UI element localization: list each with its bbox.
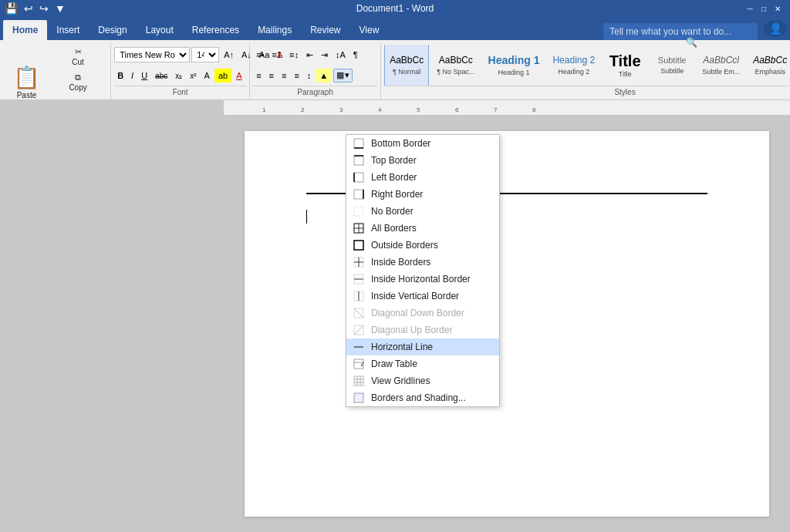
style-title[interactable]: Title Title — [603, 45, 647, 86]
inside-vert-border-icon — [353, 290, 365, 302]
inside-borders-icon — [353, 256, 365, 268]
grow-font-btn[interactable]: A↑ — [221, 48, 237, 62]
inside-borders-label: Inside Borders — [371, 257, 493, 268]
redo-quick-btn[interactable]: ↪ — [38, 2, 50, 15]
ruler: 1 2 3 4 5 6 7 8 — [0, 100, 790, 116]
font-color-btn[interactable]: A — [233, 69, 245, 82]
show-hide-btn[interactable]: ¶ — [350, 48, 361, 62]
align-center-btn[interactable]: ≡ — [266, 69, 277, 82]
style-normal[interactable]: AaBbCc ¶ Normal — [384, 45, 429, 86]
font-size-select[interactable]: 14 — [191, 47, 219, 62]
styles-group-label: Styles — [384, 86, 790, 98]
menu-item-top-border[interactable]: Top Border — [346, 152, 499, 169]
cut-icon: ✂ — [75, 47, 82, 57]
diag-up-icon — [353, 324, 365, 336]
multilevel-btn[interactable]: ≡↕ — [286, 48, 302, 62]
style-subtle-em-label: Subtle Em... — [702, 68, 740, 76]
paragraph-row1: ≡• ≡1 ≡↕ ⇤ ⇥ ↕A ¶ — [253, 45, 377, 66]
tab-mailings[interactable]: Mailings — [248, 20, 301, 40]
copy-button[interactable]: ⧉ Copy — [49, 70, 107, 94]
menu-item-horiz-line[interactable]: Horizontal Line — [346, 338, 499, 355]
undo-quick-btn[interactable]: ↩ — [22, 2, 35, 15]
style-subtitle[interactable]: Subtitle Subtitle — [650, 45, 694, 86]
menu-item-right-border[interactable]: Right Border — [346, 186, 499, 203]
menu-item-inside-borders[interactable]: Inside Borders — [346, 254, 499, 271]
borders-dropdown-btn[interactable]: ▦ ▾ — [333, 69, 353, 82]
align-left-btn[interactable]: ≡ — [253, 69, 264, 82]
menu-item-draw-table[interactable]: Draw Table — [346, 355, 499, 372]
menu-item-diag-down: Diagonal Down Border — [346, 305, 499, 322]
highlight-btn[interactable]: ab — [214, 69, 231, 82]
font-family-select[interactable]: Times New Ro — [114, 47, 190, 62]
all-borders-icon — [353, 222, 365, 234]
menu-item-bottom-border[interactable]: Bottom Border — [346, 135, 499, 152]
superscript-btn[interactable]: x² — [187, 69, 199, 82]
right-border-icon — [353, 188, 365, 200]
increase-indent-btn[interactable]: ⇥ — [318, 48, 331, 62]
style-no-spacing[interactable]: AaBbCc ¶ No Spac... — [431, 45, 480, 86]
line-spacing-btn[interactable]: ↕ — [304, 69, 315, 82]
tab-insert[interactable]: Insert — [47, 20, 89, 40]
maximize-btn[interactable]: □ — [758, 2, 770, 15]
style-emphasis-preview: AaBbCc — [753, 55, 787, 66]
style-normal-label: ¶ Normal — [393, 68, 420, 76]
style-emphasis[interactable]: AaBbCc Emphasis — [748, 45, 790, 86]
font-row1: Times New Ro 14 A↑ A↓ Aa A — [114, 45, 246, 65]
paste-button[interactable]: 📋 Paste — [6, 59, 47, 100]
search-input[interactable] — [603, 23, 758, 40]
justify-btn[interactable]: ≡ — [291, 69, 302, 82]
ruler-mark-1: 1 — [262, 106, 265, 113]
inside-horiz-label: Inside Horizontal Border — [371, 274, 493, 285]
minimize-btn[interactable]: ─ — [744, 2, 756, 15]
tab-home[interactable]: Home — [3, 20, 47, 40]
align-right-btn[interactable]: ≡ — [279, 69, 289, 82]
close-btn[interactable]: ✕ — [771, 2, 784, 15]
tab-design[interactable]: Design — [89, 20, 136, 40]
style-heading2-preview: Heading 2 — [552, 55, 595, 66]
tab-layout[interactable]: Layout — [137, 20, 183, 40]
tab-view[interactable]: View — [350, 20, 389, 40]
decrease-indent-btn[interactable]: ⇤ — [303, 48, 316, 62]
text-effects-btn[interactable]: A — [201, 69, 213, 82]
style-subtle-em[interactable]: AaBbCcl Subtle Em... — [697, 45, 745, 86]
strikethrough-btn[interactable]: abc — [152, 69, 170, 82]
underline-btn[interactable]: U — [138, 69, 150, 82]
style-subtitle-preview: Subtitle — [658, 56, 687, 66]
numbering-btn[interactable]: ≡1 — [268, 48, 285, 62]
style-heading1-label: Heading 1 — [498, 69, 529, 76]
cut-button[interactable]: ✂ Cut — [49, 45, 107, 69]
tab-references[interactable]: References — [183, 20, 248, 40]
style-heading1[interactable]: Heading 1 Heading 1 — [483, 45, 545, 86]
tab-review[interactable]: Review — [301, 20, 349, 40]
quick-access-toolbar: 💾 ↩ ↪ ▼ — [3, 2, 67, 15]
style-title-label: Title — [619, 70, 632, 78]
menu-item-view-gridlines[interactable]: View Gridlines — [346, 372, 499, 389]
menu-item-outside-borders[interactable]: Outside Borders — [346, 237, 499, 254]
style-heading2[interactable]: Heading 2 Heading 2 — [547, 45, 600, 86]
ruler-marks: 1 2 3 4 5 6 7 8 — [224, 100, 790, 115]
top-border-icon — [353, 154, 365, 167]
menu-item-inside-vert[interactable]: Inside Vertical Border — [346, 288, 499, 305]
style-emphasis-label: Emphasis — [755, 68, 785, 76]
font-group-label: Font — [114, 86, 246, 98]
menu-item-no-border[interactable]: No Border — [346, 203, 499, 220]
qa-dropdown-btn[interactable]: ▼ — [53, 2, 67, 15]
ruler-mark-7: 7 — [494, 106, 497, 113]
clipboard-group: 📋 Paste ✂ Cut ⧉ Copy 🖌 Format Painter — [3, 43, 111, 99]
menu-item-inside-horiz[interactable]: Inside Horizontal Border — [346, 271, 499, 288]
bullets-btn[interactable]: ≡• — [253, 48, 267, 62]
menu-item-left-border[interactable]: Left Border — [346, 169, 499, 186]
italic-btn[interactable]: I — [128, 69, 137, 82]
no-border-icon — [353, 205, 365, 217]
document[interactable] — [245, 131, 769, 517]
shading-btn[interactable]: ▲ — [316, 69, 332, 82]
sidebar — [0, 116, 224, 532]
document-area — [224, 116, 790, 532]
menu-item-borders-shading[interactable]: Borders and Shading... — [346, 389, 499, 406]
menu-item-all-borders[interactable]: All Borders — [346, 220, 499, 237]
subscript-btn[interactable]: x₂ — [172, 69, 185, 82]
top-border-label: Top Border — [371, 155, 493, 166]
sort-btn[interactable]: ↕A — [333, 48, 349, 62]
bold-btn[interactable]: B — [114, 69, 127, 82]
save-quick-btn[interactable]: 💾 — [3, 2, 19, 15]
